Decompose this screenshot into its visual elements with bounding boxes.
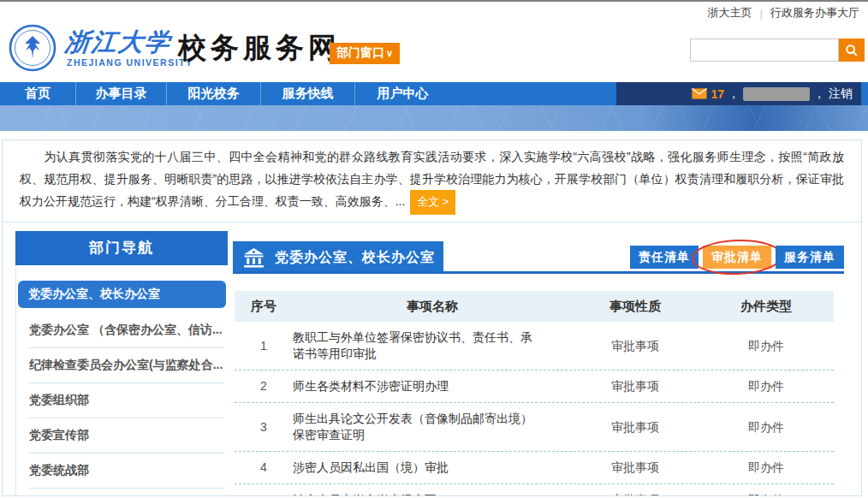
search-button[interactable]	[839, 39, 865, 62]
cell-item-nature: 审批事项	[572, 419, 699, 436]
cell-serial-number: 5	[235, 492, 293, 496]
col-header-no: 序号	[235, 299, 293, 315]
table-body: 1教职工与外单位签署保密协议书、责任书、承诺书等用印审批审批事项即办件2师生各类…	[235, 322, 834, 496]
mail-icon[interactable]	[692, 88, 707, 99]
sidebar-item[interactable]: 党委学生工作部	[29, 489, 224, 496]
section-title-bar: 党委办公室、校长办公室	[233, 241, 443, 274]
sidebar-item-active[interactable]: 党委办公室、校长办公室	[18, 281, 226, 308]
redacted-username	[743, 87, 810, 101]
link-zju-home[interactable]: 浙大主页	[708, 5, 752, 21]
building-icon	[243, 248, 265, 268]
nav-item[interactable]: 用户中心	[354, 82, 450, 105]
cell-serial-number: 1	[235, 338, 293, 354]
university-name-english: ZHEJIANG UNIVERSITY	[67, 57, 193, 68]
table-row: 1教职工与外单位签署保密协议书、责任书、承诺书等用印审批审批事项即办件	[235, 322, 834, 371]
cell-item-name[interactable]: 师生出具论文公开发表（音像制品邮寄出境）保密审查证明	[293, 411, 572, 443]
decorative-banner	[0, 105, 868, 131]
col-header-type: 办件类型	[699, 299, 834, 315]
content-container: 为认真贯彻落实党的十八届三中、四中全会精神和党的群众路线教育实践活动要求，深入实…	[2, 139, 862, 496]
table-row: 4涉密人员因私出国（境）审批审批事项即办件	[235, 452, 834, 484]
full-text-link[interactable]: 全文 >	[410, 190, 455, 215]
nav-item[interactable]: 办事目录	[75, 82, 166, 105]
comma: ，	[813, 86, 825, 102]
user-status-area: 17 ， ， 注销	[616, 82, 861, 105]
notice-paragraph: 为认真贯彻落实党的十八届三中、四中全会精神和党的群众路线教育实践活动要求，深入实…	[3, 140, 861, 222]
cell-item-name[interactable]: 教职工与外单位签署保密协议书、责任书、承诺书等用印审批	[293, 329, 572, 362]
cell-handle-type: 即办件	[699, 492, 834, 496]
cell-serial-number: 2	[235, 378, 293, 394]
mail-count[interactable]: 17	[710, 87, 724, 101]
col-header-name: 事项名称	[293, 299, 572, 315]
top-link-bar: 浙大主页 | 行政服务办事大厅	[0, 2, 868, 24]
cell-item-nature: 审批事项	[572, 492, 699, 496]
university-name-calligraphy: 浙江大学	[63, 26, 173, 60]
section-underline	[233, 271, 844, 274]
list-type-button[interactable]: 责任清单	[630, 246, 699, 269]
table-row: 3师生出具论文公开发表（音像制品邮寄出境）保密审查证明审批事项即办件	[235, 403, 834, 452]
cell-serial-number: 3	[235, 419, 293, 436]
sidebar-item[interactable]: 党委办公室 （含保密办公室、信访...	[29, 313, 224, 348]
cell-item-name[interactable]: 涉密人员因私出国（境）审批	[293, 459, 572, 476]
cell-item-nature: 审批事项	[572, 459, 699, 476]
department-sidebar: 部门导航 党委办公室、校长办公室党委办公室 （含保密办公室、信访...纪律检查委…	[15, 231, 228, 496]
search-input[interactable]	[690, 39, 839, 62]
cell-item-nature: 审批事项	[572, 378, 699, 394]
department-window-button[interactable]: 部门窗口∨	[330, 43, 400, 64]
section-header-row: 党委办公室、校长办公室 责任清单审批清单服务清单	[233, 241, 844, 276]
logout-link[interactable]: 注销	[829, 86, 853, 102]
cell-serial-number: 4	[235, 459, 293, 476]
search-area	[690, 39, 865, 62]
table-header-row: 序号 事项名称 事项性质 办件类型	[235, 291, 834, 322]
chevron-down-icon: ∨	[386, 48, 393, 58]
sidebar-item[interactable]: 党委宣传部	[29, 418, 224, 454]
content-row: 部门导航 党委办公室、校长办公室党委办公室 （含保密办公室、信访...纪律检查委…	[3, 222, 861, 496]
cell-item-nature: 审批事项	[572, 338, 699, 354]
sidebar-title: 部门导航	[15, 231, 228, 265]
nav-item[interactable]: 阳光校务	[166, 82, 260, 105]
sidebar-item[interactable]: 党委组织部	[29, 383, 224, 418]
cell-item-name[interactable]: 涉密人员上岗离岗密级变更	[293, 492, 572, 496]
list-type-button[interactable]: 服务清单	[776, 246, 844, 269]
link-divider: |	[760, 7, 763, 20]
nav-item[interactable]: 首页	[0, 82, 75, 105]
zju-seal-logo	[9, 24, 56, 72]
cell-handle-type: 即办件	[699, 419, 834, 436]
list-type-buttons: 责任清单审批清单服务清单	[630, 246, 844, 269]
table-row: 5涉密人员上岗离岗密级变更审批事项即办件	[235, 484, 834, 496]
section-title: 党委办公室、校长办公室	[275, 249, 435, 267]
items-table: 序号 事项名称 事项性质 办件类型 1教职工与外单位签署保密协议书、责任书、承诺…	[235, 291, 834, 496]
cell-handle-type: 即办件	[699, 459, 834, 476]
nav-item[interactable]: 服务快线	[260, 82, 354, 105]
main-navigation: 首页办事目录阳光校务服务快线用户中心 17 ， ， 注销	[0, 82, 868, 105]
site-header: 浙江大学 ZHEJIANG UNIVERSITY 校务服务网 部门窗口∨	[0, 24, 868, 82]
col-header-nature: 事项性质	[572, 299, 699, 315]
cell-item-name[interactable]: 师生各类材料不涉密证明办理	[293, 378, 572, 394]
table-row: 2师生各类材料不涉密证明办理审批事项即办件	[235, 371, 834, 403]
sidebar-item[interactable]: 党委统战部	[29, 454, 224, 489]
search-icon	[845, 44, 859, 57]
sidebar-list: 党委办公室、校长办公室党委办公室 （含保密办公室、信访...纪律检查委员会办公室…	[15, 265, 228, 496]
sidebar-item[interactable]: 纪律检查委员会办公室(与监察处合...	[29, 348, 224, 383]
cell-handle-type: 即办件	[699, 378, 834, 394]
main-panel: 党委办公室、校长办公室 责任清单审批清单服务清单 序号 事项名称 事项性质 办件…	[233, 241, 844, 496]
list-type-button[interactable]: 审批清单	[703, 246, 771, 269]
site-title: 校务服务网	[178, 29, 341, 68]
link-admin-service-hall[interactable]: 行政服务办事大厅	[770, 5, 859, 21]
cell-handle-type: 即办件	[699, 338, 834, 354]
comma: ，	[728, 86, 740, 102]
